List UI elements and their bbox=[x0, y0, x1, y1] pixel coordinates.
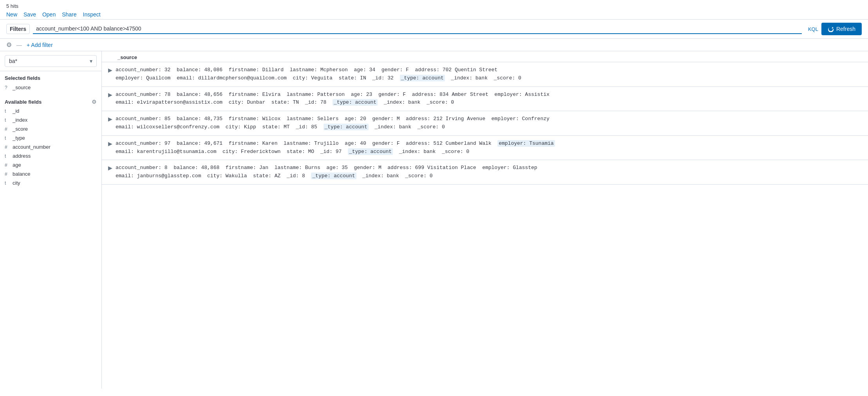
nav-share[interactable]: Share bbox=[62, 11, 76, 18]
field-item-type[interactable]: t _type bbox=[0, 133, 101, 142]
employer-highlight-4: employer: Tsunamia bbox=[497, 140, 555, 147]
nav-open[interactable]: Open bbox=[42, 11, 56, 18]
field-name-source: _source bbox=[13, 85, 31, 90]
result-line-4-2: email: karentrujillo@tsunamia.com city: … bbox=[116, 148, 555, 156]
field-name-address: address bbox=[13, 153, 31, 159]
result-text-1: account_number: 32 balance: 48,086 first… bbox=[116, 66, 521, 83]
table-row: ▶ account_number: 85 balance: 48,735 fir… bbox=[102, 111, 868, 136]
field-name-city: city bbox=[13, 180, 20, 186]
field-item-id[interactable]: t _id bbox=[0, 106, 101, 115]
filter-input[interactable] bbox=[33, 24, 802, 33]
dash-separator: — bbox=[16, 42, 22, 48]
nav-links: New Save Open Share Inspect bbox=[6, 11, 862, 18]
expand-row-3[interactable]: ▶ bbox=[108, 116, 112, 122]
field-type-city: t bbox=[5, 180, 10, 186]
field-item-address[interactable]: t address bbox=[0, 151, 101, 160]
nav-save[interactable]: Save bbox=[24, 11, 36, 18]
field-name-account-number: account_number bbox=[13, 144, 51, 150]
selected-fields-section: Selected fields ? _source bbox=[0, 71, 101, 95]
field-type-balance: # bbox=[5, 171, 10, 177]
available-fields-title: Available fields bbox=[5, 99, 42, 105]
refresh-button[interactable]: Refresh bbox=[821, 23, 862, 35]
result-line-2-2: email: elvirapatterson@assistix.com city… bbox=[116, 99, 550, 107]
table-row: ▶ account_number: 32 balance: 48,086 fir… bbox=[102, 62, 868, 87]
result-line-1-1: account_number: 32 balance: 48,086 first… bbox=[116, 66, 521, 74]
result-line-3-1: account_number: 85 balance: 48,735 first… bbox=[116, 115, 550, 123]
nav-inspect[interactable]: Inspect bbox=[83, 11, 101, 18]
field-item-age[interactable]: # age bbox=[0, 160, 101, 169]
table-row: ▶ account_number: 78 balance: 48,656 fir… bbox=[102, 87, 868, 112]
hits-label: hits bbox=[11, 3, 18, 9]
field-item-index[interactable]: t _index bbox=[0, 115, 101, 124]
table-row: ▶ account_number: 97 balance: 49,671 fir… bbox=[102, 136, 868, 160]
field-type-index: t bbox=[5, 117, 10, 123]
result-line-5-2: email: janburns@glasstep.com city: Wakul… bbox=[116, 172, 537, 180]
index-pattern-value: ba* bbox=[9, 58, 17, 64]
filter-bar: Filters KQL Refresh bbox=[0, 20, 868, 39]
selected-fields-title: Selected fields bbox=[5, 75, 97, 81]
content-area: _source ▶ account_number: 32 balance: 48… bbox=[102, 51, 868, 389]
available-fields-settings-icon[interactable]: ⚙ bbox=[92, 99, 97, 105]
hits-count: 5 hits bbox=[6, 3, 862, 9]
source-header: _source bbox=[102, 51, 868, 62]
add-filter-link[interactable]: + Add filter bbox=[27, 42, 53, 48]
top-bar: 5 hits New Save Open Share Inspect bbox=[0, 0, 868, 20]
result-text-5: account_number: 8 balance: 48,868 firstn… bbox=[116, 164, 537, 180]
field-type-account-number: # bbox=[5, 144, 10, 150]
result-text-3: account_number: 85 balance: 48,735 first… bbox=[116, 115, 550, 131]
result-line-4-1: account_number: 97 balance: 49,671 first… bbox=[116, 140, 555, 148]
main-layout: ba* ▾ Selected fields ? _source Availabl… bbox=[0, 51, 868, 389]
available-fields-header: Available fields ⚙ bbox=[0, 95, 101, 106]
chevron-down-icon: ▾ bbox=[90, 58, 92, 64]
field-item-city[interactable]: t city bbox=[0, 178, 101, 187]
field-type-age: # bbox=[5, 162, 10, 168]
expand-row-1[interactable]: ▶ bbox=[108, 67, 112, 73]
result-text-4: account_number: 97 balance: 49,671 first… bbox=[116, 140, 555, 156]
type-highlight-1: _type: account bbox=[400, 75, 445, 81]
index-pattern-select-wrap: ba* ▾ bbox=[0, 51, 101, 71]
selected-field-source[interactable]: ? _source bbox=[5, 83, 97, 92]
expand-row-2[interactable]: ▶ bbox=[108, 92, 112, 98]
field-type-address: t bbox=[5, 153, 10, 159]
refresh-label: Refresh bbox=[836, 26, 855, 32]
field-type-score: # bbox=[5, 126, 10, 132]
field-type-type: t bbox=[5, 135, 10, 141]
result-line-5-1: account_number: 8 balance: 48,868 firstn… bbox=[116, 164, 537, 172]
kql-button[interactable]: KQL bbox=[808, 26, 818, 32]
expand-row-4[interactable]: ▶ bbox=[108, 140, 112, 147]
filters-label: Filters bbox=[6, 24, 30, 34]
field-type-source: ? bbox=[5, 85, 10, 90]
type-highlight-5: _type: account bbox=[311, 173, 356, 179]
result-text-2: account_number: 78 balance: 48,656 first… bbox=[116, 91, 550, 107]
hits-number: 5 bbox=[6, 3, 9, 9]
field-name-index: _index bbox=[13, 117, 27, 123]
filter-input-wrap bbox=[33, 24, 802, 34]
index-pattern-select[interactable]: ba* ▾ bbox=[5, 55, 97, 67]
result-line-1-2: employer: Quailcom email: dillardmcphers… bbox=[116, 74, 521, 83]
field-type-id: t bbox=[5, 108, 10, 114]
field-name-age: age bbox=[13, 162, 21, 168]
field-name-id: _id bbox=[13, 108, 19, 114]
field-item-score[interactable]: # _score bbox=[0, 124, 101, 133]
type-highlight-2: _type: account bbox=[333, 99, 378, 106]
field-name-type: _type bbox=[13, 135, 25, 141]
expand-row-5[interactable]: ▶ bbox=[108, 165, 112, 171]
field-item-balance[interactable]: # balance bbox=[0, 169, 101, 178]
refresh-icon bbox=[828, 26, 834, 32]
add-filter-bar: ⚙ — + Add filter bbox=[0, 39, 868, 51]
available-fields-list: t _id t _index # _score t _type # accoun… bbox=[0, 106, 101, 187]
result-line-2-1: account_number: 78 balance: 48,656 first… bbox=[116, 91, 550, 99]
nav-new[interactable]: New bbox=[6, 11, 17, 18]
field-name-balance: balance bbox=[13, 171, 31, 177]
result-line-3-2: email: wilcoxsellers@confrenzy.com city:… bbox=[116, 123, 550, 131]
type-highlight-4: _type: account bbox=[348, 148, 393, 155]
field-name-score: _score bbox=[13, 126, 28, 132]
table-row: ▶ account_number: 8 balance: 48,868 firs… bbox=[102, 160, 868, 185]
field-item-account-number[interactable]: # account_number bbox=[0, 142, 101, 151]
sidebar: ba* ▾ Selected fields ? _source Availabl… bbox=[0, 51, 102, 389]
type-highlight-3: _type: account bbox=[324, 124, 369, 130]
settings-icon[interactable]: ⚙ bbox=[6, 41, 12, 49]
